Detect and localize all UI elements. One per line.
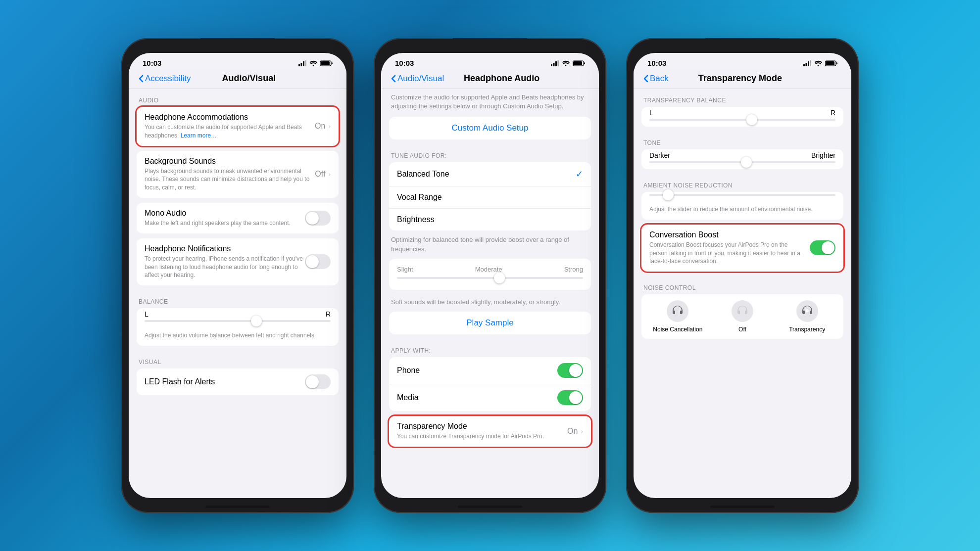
transparency-mode-row[interactable]: Transparency Mode You can customize Tran… bbox=[389, 416, 591, 447]
ambient-noise-slider-thumb[interactable] bbox=[663, 189, 674, 200]
headphone-accommodations-group: Headphone Accommodations You can customi… bbox=[137, 107, 339, 146]
headphone-notifications-toggle[interactable] bbox=[305, 254, 331, 269]
screen-content-2[interactable]: Customize the audio for supported Apple … bbox=[381, 89, 599, 498]
svg-rect-2 bbox=[303, 61, 304, 66]
signal-icon-2 bbox=[551, 60, 559, 66]
led-flash-row[interactable]: LED Flash for Alerts bbox=[137, 368, 339, 395]
status-bar-1: 10:03 bbox=[129, 53, 346, 69]
transparency-balance-left: L bbox=[649, 109, 653, 117]
section-tune-for: TUNE AUDIO FOR: bbox=[381, 144, 599, 162]
signal-icon bbox=[298, 60, 306, 66]
tune-option-balanced[interactable]: Balanced Tone ✓ bbox=[389, 162, 591, 186]
chevron-left-icon bbox=[139, 75, 144, 83]
noise-option-off[interactable]: Off bbox=[710, 300, 775, 333]
background-sounds-subtitle: Plays background sounds to mask unwanted… bbox=[145, 167, 315, 192]
svg-rect-13 bbox=[806, 63, 807, 66]
home-indicator-3 bbox=[710, 505, 775, 508]
conversation-boost-row[interactable]: Conversation Boost Conversation Boost fo… bbox=[641, 225, 843, 272]
headphone-notifications-row[interactable]: Headphone Notifications To protect your … bbox=[137, 238, 339, 285]
intensity-strong: Strong bbox=[564, 266, 583, 273]
svg-rect-1 bbox=[301, 63, 302, 66]
noise-option-cancellation[interactable]: Noise Cancellation bbox=[645, 300, 710, 333]
led-flash-toggle[interactable] bbox=[305, 374, 331, 389]
tune-brightness-label: Brightness bbox=[397, 215, 583, 224]
intensity-slider-thumb[interactable] bbox=[494, 273, 505, 283]
headphone-transparency-icon bbox=[800, 304, 814, 318]
balance-slider-thumb[interactable] bbox=[251, 316, 262, 326]
transparency-balance-labels: L R bbox=[649, 109, 835, 117]
headphone-notifications-group: Headphone Notifications To protect your … bbox=[137, 238, 339, 285]
section-apply-with: APPLY WITH: bbox=[381, 339, 599, 357]
signal-icon-3 bbox=[803, 60, 811, 66]
mono-audio-toggle[interactable] bbox=[305, 211, 331, 226]
tone-right-label: Brighter bbox=[811, 151, 835, 159]
screen-content-3[interactable]: TRANSPARENCY BALANCE L R TONE Dark bbox=[634, 89, 851, 498]
svg-rect-12 bbox=[803, 64, 805, 66]
section-audio: AUDIO bbox=[129, 89, 346, 107]
learn-more-link[interactable]: Learn more… bbox=[181, 132, 217, 139]
transparency-balance-track[interactable] bbox=[649, 119, 835, 121]
balance-slider-track[interactable] bbox=[145, 320, 331, 322]
background-sounds-group: Background Sounds Plays background sound… bbox=[137, 151, 339, 198]
nav-title-3: Transparency Mode bbox=[639, 73, 841, 84]
status-time-1: 10:03 bbox=[143, 59, 161, 67]
wifi-icon-2 bbox=[562, 60, 570, 66]
battery-icon-2 bbox=[573, 60, 585, 66]
transparency-mode-value: On bbox=[567, 427, 578, 436]
noise-off-icon bbox=[732, 300, 753, 322]
phone-notch-3 bbox=[705, 38, 780, 53]
noise-control-section: Noise Cancellation Off bbox=[634, 294, 851, 345]
custom-audio-setup-btn[interactable]: Custom Audio Setup bbox=[389, 117, 591, 139]
noise-transparency-icon bbox=[796, 300, 818, 322]
tone-group: Darker Brighter bbox=[641, 149, 843, 169]
background-sounds-row[interactable]: Background Sounds Plays background sound… bbox=[137, 151, 339, 198]
status-icons-2 bbox=[551, 60, 585, 66]
intensity-labels-row: Slight Moderate Strong bbox=[389, 264, 591, 275]
media-toggle-title: Media bbox=[397, 393, 557, 402]
play-sample-label: Play Sample bbox=[466, 318, 513, 328]
noise-transparency-label: Transparency bbox=[789, 326, 825, 333]
media-toggle[interactable] bbox=[557, 390, 583, 405]
phone-toggle-content: Phone bbox=[397, 366, 557, 375]
noise-cancellation-icon bbox=[667, 300, 688, 322]
section-balance: BALANCE bbox=[129, 290, 346, 308]
home-indicator-1 bbox=[205, 505, 270, 508]
svg-rect-7 bbox=[553, 63, 555, 66]
transparency-mode-title: Transparency Mode bbox=[397, 422, 567, 431]
phone-toggle[interactable] bbox=[557, 363, 583, 378]
background-sounds-chevron: › bbox=[328, 170, 331, 178]
headphone-notifications-title: Headphone Notifications bbox=[145, 244, 305, 253]
intensity-slider-container bbox=[389, 275, 591, 285]
phone-toggle-row[interactable]: Phone bbox=[389, 357, 591, 384]
background-sounds-content: Background Sounds Plays background sound… bbox=[145, 157, 315, 192]
top-description-2: Customize the audio for supported Apple … bbox=[381, 89, 599, 117]
svg-rect-6 bbox=[551, 64, 552, 66]
tune-balanced-label: Balanced Tone bbox=[397, 170, 576, 179]
media-toggle-row[interactable]: Media bbox=[389, 384, 591, 411]
led-flash-group: LED Flash for Alerts bbox=[137, 368, 339, 395]
background-sounds-value: Off bbox=[315, 170, 325, 179]
tune-options-group: Balanced Tone ✓ Vocal Range Brightness bbox=[389, 162, 591, 230]
tune-option-vocal[interactable]: Vocal Range bbox=[389, 186, 591, 209]
play-sample-btn[interactable]: Play Sample bbox=[389, 312, 591, 334]
media-toggle-content: Media bbox=[397, 393, 557, 402]
ambient-noise-slider-track[interactable] bbox=[649, 194, 835, 196]
intensity-slider-track[interactable] bbox=[397, 277, 583, 279]
intensity-section: Slight Moderate Strong bbox=[389, 259, 591, 290]
nav-title-1: Audio/Visual bbox=[161, 73, 337, 84]
wifi-icon-3 bbox=[814, 60, 822, 66]
headphone-notifications-toggle-thumb bbox=[306, 255, 319, 268]
headphone-accommodations-row[interactable]: Headphone Accommodations You can customi… bbox=[137, 107, 339, 146]
screen-content-1[interactable]: AUDIO Headphone Accommodations You can c… bbox=[129, 89, 346, 498]
tone-slider-thumb[interactable] bbox=[741, 157, 752, 168]
mono-audio-toggle-thumb bbox=[306, 212, 319, 225]
conversation-boost-toggle[interactable] bbox=[810, 240, 835, 255]
transparency-mode-content: Transparency Mode You can customize Tran… bbox=[397, 422, 567, 441]
mono-audio-row[interactable]: Mono Audio Make the left and right speak… bbox=[137, 203, 339, 233]
noise-off-label: Off bbox=[738, 326, 746, 333]
transparency-balance-thumb[interactable] bbox=[746, 114, 757, 125]
phone-screen-2: 10:03 Audio/Visual Headphone Audio Custo… bbox=[381, 53, 599, 498]
tone-slider-track[interactable] bbox=[649, 161, 835, 163]
tune-option-brightness[interactable]: Brightness bbox=[389, 209, 591, 230]
noise-option-transparency[interactable]: Transparency bbox=[775, 300, 839, 333]
